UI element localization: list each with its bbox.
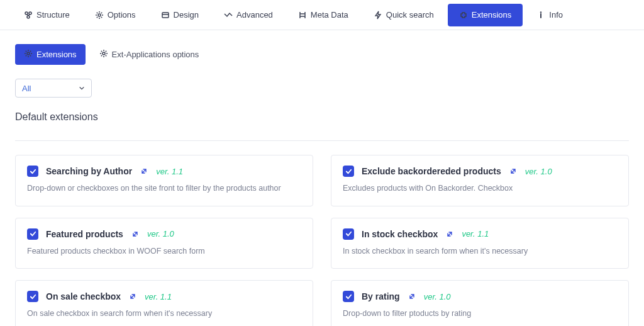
tab-structure[interactable]: Structure [13,4,81,26]
link-icon[interactable] [509,167,518,176]
meta-icon [298,11,307,20]
tab-advanced[interactable]: Advanced [213,4,284,26]
link-icon[interactable] [408,292,416,301]
extension-title: Exclude backordereded products [362,166,501,176]
tab-label: Meta Data [311,10,348,20]
extension-checkbox[interactable] [343,166,354,177]
tab-meta[interactable]: Meta Data [287,4,360,26]
bolt-icon [374,11,382,20]
subtab-label: Ext-Applications options [112,50,199,59]
tab-label: Structure [36,10,70,20]
tab-extensions[interactable]: Extensions [448,4,523,26]
subtab-ext-applications[interactable]: Ext-Applications options [91,44,208,65]
extension-card: Searching by Author ver. 1.1 Drop-down o… [15,155,313,206]
extension-checkbox[interactable] [27,291,38,302]
tab-info[interactable]: Info [525,4,574,26]
link-icon[interactable] [131,230,140,239]
tab-options[interactable]: Options [84,4,147,26]
filter-select[interactable]: All [15,79,92,98]
extension-version: ver. 1.0 [424,292,451,301]
tab-label: Info [549,10,563,20]
wave-icon [224,11,233,20]
subtab-label: Extensions [36,50,77,59]
tab-label: Advanced [236,10,273,20]
tab-label: Quick search [386,10,434,20]
extension-version: ver. 1.0 [147,229,174,239]
extension-checkbox[interactable] [27,166,38,177]
extension-checkbox[interactable] [343,291,354,302]
gear-icon [95,11,104,20]
tab-quick-search[interactable]: Quick search [362,4,445,26]
tab-label: Design [174,10,199,20]
link-icon[interactable] [445,230,454,239]
tab-label: Options [108,10,136,20]
design-icon [161,11,170,20]
extension-title: Searching by Author [46,166,132,176]
extension-title: By rating [362,291,400,301]
extension-description: Featured products checkbox in WOOF searc… [27,246,301,257]
extension-checkbox[interactable] [343,228,354,240]
info-icon [536,11,545,20]
extension-description: In stock checkbox in search form when it… [343,246,617,257]
main-tabs: Structure Options Design Advanced Meta D… [0,0,644,30]
gear-icon [24,49,33,60]
extension-version: ver. 1.1 [462,229,489,239]
extension-description: Drop-down or checkboxes on the site fron… [27,183,301,194]
gear-icon [99,49,108,60]
extension-description: Excludes products with On Backorder. Che… [343,183,617,194]
extensions-grid: Searching by Author ver. 1.1 Drop-down o… [15,155,629,326]
extension-description: Drop-down to filter ptoducts by rating [343,308,617,320]
extension-title: Featured products [46,229,123,239]
structure-icon [24,11,33,20]
extension-card: By rating ver. 1.0 Drop-down to filter p… [331,280,629,326]
chevron-down-icon [79,84,85,93]
tab-design[interactable]: Design [150,4,210,26]
section-title: Default extensions [15,111,629,123]
divider [15,140,629,141]
link-icon[interactable] [140,167,148,176]
extension-card: In stock checkbox ver. 1.1 In stock chec… [331,218,629,269]
extension-card: On sale checkbox ver. 1.1 On sale checkb… [15,280,313,326]
link-icon[interactable] [128,292,137,301]
extension-version: ver. 1.1 [156,167,183,176]
subtab-extensions[interactable]: Extensions [15,44,86,65]
filter-value: All [22,84,31,93]
extension-title: On sale checkbox [46,291,121,301]
extension-card: Featured products ver. 1.0 Featured prod… [15,218,313,269]
extension-version: ver. 1.1 [145,292,172,301]
sub-tabs: Extensions Ext-Applications options [15,44,629,65]
extension-checkbox[interactable] [27,228,38,240]
tab-label: Extensions [472,10,512,20]
extension-version: ver. 1.0 [525,167,552,176]
extension-description: On sale checkbox in search form when it'… [27,308,301,320]
extension-card: Exclude backordereded products ver. 1.0 … [331,155,629,206]
puzzle-icon [459,11,468,20]
extension-title: In stock checkbox [362,229,438,239]
